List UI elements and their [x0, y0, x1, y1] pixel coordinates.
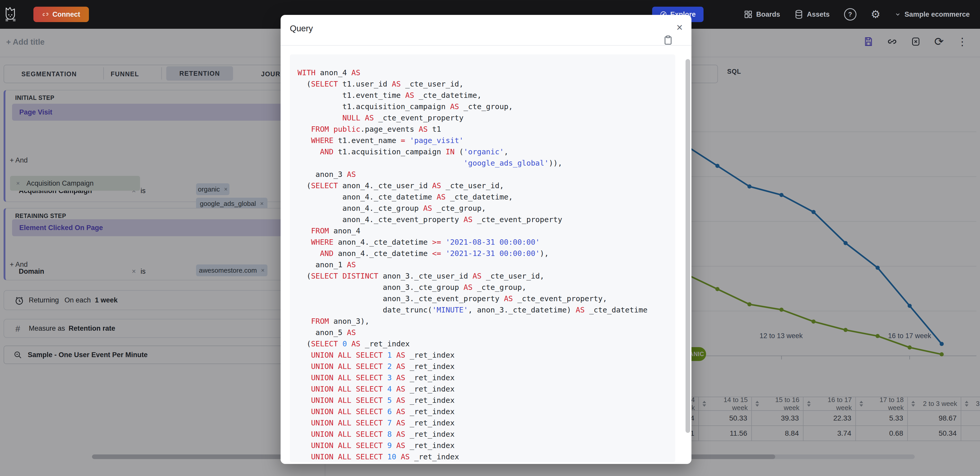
modal-header: Query ×	[281, 15, 692, 46]
sql-line: anon_4._cte_group AS _cte_group,	[298, 203, 648, 214]
sql-line: anon_3._cte_event_property AS _cte_event…	[298, 293, 648, 304]
sql-line: UNION ALL SELECT 2 AS _ret_index	[298, 361, 648, 372]
sql-line: UNION ALL SELECT 8 AS _ret_index	[298, 428, 648, 440]
sql-line: UNION ALL SELECT 5 AS _ret_index	[298, 395, 648, 406]
sql-line: anon_1 AS	[298, 259, 648, 270]
settings-gear-icon[interactable]: ⚙	[871, 9, 881, 20]
query-modal: Query × WITH anon_4 AS (SELECT t1.user_i…	[281, 15, 692, 464]
sql-line: (SELECT DISTINCT anon_3._cte_user_id AS …	[298, 270, 648, 282]
chevron-down-icon	[895, 11, 901, 17]
sql-line: UNION ALL SELECT 10 AS _ret_index	[298, 451, 648, 462]
sql-line: date_trunc('MINUTE', anon_3._cte_datetim…	[298, 304, 648, 316]
sql-line: (SELECT t1.user_id AS _cte_user_id,	[298, 78, 648, 90]
sql-line: WITH anon_4 AS	[298, 67, 648, 78]
sql-line: anon_4._cte_event_property AS _cte_event…	[298, 214, 648, 225]
boards-grid-icon	[744, 10, 752, 19]
sql-line: UNION ALL SELECT 1 AS _ret_index	[298, 349, 648, 361]
sql-code[interactable]: WITH anon_4 AS (SELECT t1.user_id AS _ct…	[298, 67, 648, 462]
sql-line: UNION ALL SELECT 9 AS _ret_index	[298, 440, 648, 451]
boards-label: Boards	[756, 11, 780, 19]
sql-line: anon_3._cte_group AS _cte_group,	[298, 282, 648, 293]
sql-line: UNION ALL SELECT 7 AS _ret_index	[298, 417, 648, 428]
sql-line: FROM public.page_events AS t1	[298, 124, 648, 135]
connect-label: Connect	[52, 11, 80, 19]
sql-line: 'google_ads_global')),	[298, 157, 648, 169]
sql-line: t1.event_time AS _cte_datetime,	[298, 90, 648, 101]
sql-line: (SELECT anon_4._cte_user_id AS _cte_user…	[298, 180, 648, 191]
sql-line: t1.acquisition_campaign AS _cte_group,	[298, 101, 648, 112]
sql-line: anon_3 AS	[298, 169, 648, 180]
close-icon[interactable]: ×	[676, 22, 683, 33]
sql-line: WHERE anon_4._cte_datetime >= '2021-08-3…	[298, 236, 648, 248]
copy-to-clipboard-icon[interactable]	[664, 35, 673, 47]
modal-scrollbar-thumb[interactable]	[686, 59, 690, 433]
sql-line: WHERE t1.event_name = 'page_visit'	[298, 135, 648, 146]
connect-button[interactable]: Connect	[33, 7, 89, 22]
sql-line: anon_5 AS	[298, 327, 648, 338]
sql-line: UNION ALL SELECT 4 AS _ret_index	[298, 383, 648, 395]
sql-code-block: WITH anon_4 AS (SELECT t1.user_id AS _ct…	[290, 54, 675, 462]
database-icon	[794, 10, 803, 19]
app-logo-cat-icon[interactable]	[5, 6, 16, 22]
assets-label: Assets	[807, 11, 830, 19]
sql-line: anon_4._cte_datetime AS _cte_datetime,	[298, 191, 648, 203]
sql-line: NULL AS _cte_event_property	[298, 112, 648, 124]
nav-boards[interactable]: Boards	[744, 10, 780, 19]
modal-title: Query	[290, 24, 313, 33]
sql-line: UNION ALL SELECT 3 AS _ret_index	[298, 372, 648, 383]
sql-line: FROM anon_3),	[298, 316, 648, 327]
sql-line: FROM anon_4	[298, 225, 648, 236]
sql-line: (SELECT 0 AS _ret_index	[298, 338, 648, 349]
chain-link-icon	[42, 11, 49, 18]
sql-line: UNION ALL SELECT 6 AS _ret_index	[298, 406, 648, 417]
sql-line: AND anon_4._cte_datetime <= '2021-12-31 …	[298, 248, 648, 259]
nav-assets[interactable]: Assets	[794, 10, 830, 19]
project-name: Sample ecommerce	[904, 11, 970, 19]
project-selector[interactable]: Sample ecommerce	[895, 11, 970, 19]
help-icon[interactable]: ?	[844, 8, 856, 21]
sql-line: AND t1.acquisition_campaign IN ('organic…	[298, 146, 648, 157]
